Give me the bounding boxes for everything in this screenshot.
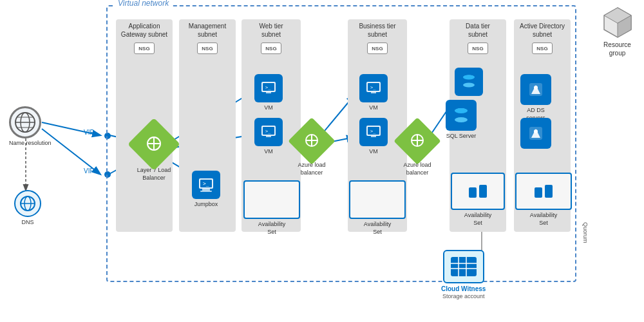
- jumpbox: >_ Jumpbox: [192, 171, 220, 209]
- vip2-label: VIP: [84, 167, 94, 175]
- biz-avset-label: AvailabilitySet: [349, 221, 406, 236]
- svg-rect-42: [266, 136, 271, 137]
- resource-group-label: Resourcegroup: [603, 41, 631, 57]
- svg-point-71: [534, 129, 538, 133]
- svg-text:>_: >_: [265, 129, 271, 134]
- nsg-data: NSG: [468, 43, 488, 54]
- svg-rect-66: [469, 187, 477, 198]
- svg-point-60: [455, 117, 468, 122]
- dns-label: DNS: [14, 219, 41, 227]
- svg-rect-32: [202, 189, 210, 191]
- azure-lb-biz: Azure loadbalancer: [401, 124, 440, 176]
- sql-server-label: SQL Server: [446, 133, 477, 140]
- svg-rect-73: [545, 185, 553, 198]
- nsg-web: NSG: [261, 43, 281, 54]
- nsg-app-gw: NSG: [134, 43, 155, 54]
- subnet-data-label: Data tiersubnet: [464, 19, 491, 41]
- svg-text:>_: >_: [265, 85, 271, 90]
- biz-vm2-label: VM: [359, 148, 388, 156]
- internet-globe: Name resolution: [9, 106, 52, 147]
- jumpbox-label: Jumpbox: [192, 201, 220, 209]
- layer7-lb: Layer 7 LoadBalancer: [135, 126, 176, 182]
- svg-text:>_: >_: [203, 181, 209, 187]
- web-vm1: >_ VM: [254, 74, 283, 112]
- web-avset-label: AvailabilitySet: [243, 221, 300, 236]
- ad-vm: [520, 118, 551, 149]
- cloud-witness-container: Cloud Witness Storage account: [441, 250, 486, 299]
- sql-server: SQL Server: [446, 100, 477, 140]
- data-vm1: [455, 68, 483, 96]
- ad-avset: AvailabilitySet: [515, 173, 572, 227]
- nsg-biz: NSG: [367, 43, 388, 54]
- svg-rect-74: [451, 257, 477, 276]
- biz-vm2: >_ VM: [359, 118, 388, 156]
- quorum-label: Quorum: [582, 222, 589, 243]
- data-avset-label: AvailabilitySet: [451, 212, 505, 227]
- svg-rect-67: [479, 185, 487, 198]
- subnet-app-gw-label: ApplicationGateway subnet: [120, 19, 169, 41]
- svg-point-61: [455, 108, 468, 113]
- resource-group-icon: [599, 5, 636, 39]
- dns-icon: DNS: [14, 190, 41, 227]
- svg-rect-53: [371, 136, 376, 137]
- cloud-witness-icon: [443, 250, 484, 283]
- web-vm2: >_ VM: [254, 118, 283, 156]
- biz-vm1-label: VM: [359, 104, 388, 112]
- cloud-witness-label: Cloud Witness: [441, 285, 486, 292]
- subnet-ad-label: Active Directorysubnet: [518, 19, 566, 41]
- virtual-network-label: Virtual network: [115, 0, 171, 8]
- subnet-web-label: Web tiersubnet: [258, 19, 284, 41]
- svg-point-69: [534, 86, 538, 90]
- vip1-label: VIP: [84, 129, 94, 136]
- biz-avset: AvailabilitySet: [349, 180, 406, 236]
- subnet-biz-label: Business tiersubnet: [357, 19, 397, 41]
- ad-servers: AD DSservers: [520, 74, 551, 122]
- svg-point-65: [463, 75, 475, 80]
- internet-label: Name resolution: [9, 140, 52, 147]
- svg-text:>_: >_: [370, 129, 376, 134]
- data-avset: AvailabilitySet: [451, 173, 505, 227]
- svg-rect-38: [266, 92, 271, 93]
- subnet-mgmt-label: Managementsubnet: [187, 19, 227, 41]
- diagram-container: Name resolution DNS VIP VIP Virtual netw…: [0, 0, 644, 322]
- svg-rect-49: [371, 92, 376, 93]
- web-vm1-label: VM: [254, 104, 283, 112]
- svg-text:>_: >_: [370, 85, 376, 90]
- biz-vm1: >_ VM: [359, 74, 388, 112]
- resource-group: Resourcegroup: [593, 5, 641, 57]
- nsg-ad: NSG: [532, 43, 553, 54]
- storage-account-label: Storage account: [442, 293, 485, 299]
- web-vm2-label: VM: [254, 148, 283, 156]
- nsg-mgmt: NSG: [197, 43, 218, 54]
- azure-lb-web: Azure loadbalancer: [295, 124, 334, 176]
- svg-rect-72: [535, 187, 542, 198]
- svg-rect-33: [200, 191, 212, 192]
- ad-avset-label: AvailabilitySet: [515, 212, 572, 227]
- svg-point-64: [463, 83, 475, 88]
- web-avset: AvailabilitySet: [243, 180, 300, 236]
